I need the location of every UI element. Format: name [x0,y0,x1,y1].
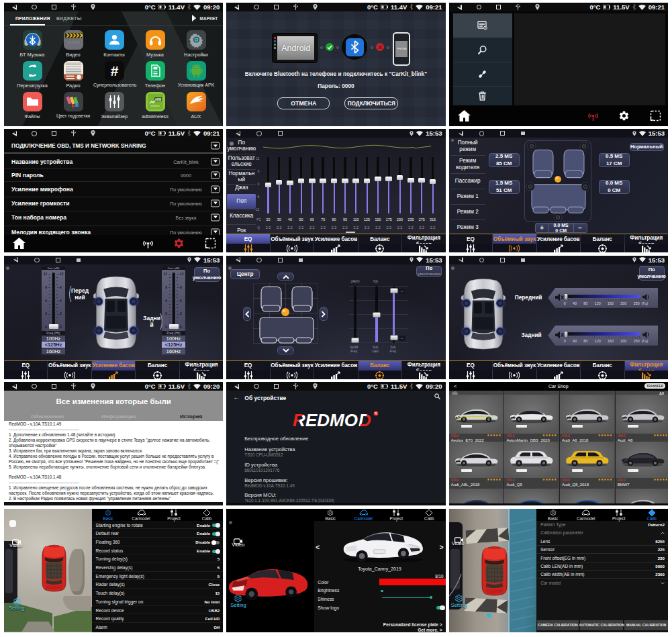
svg-text:03.08.29: 03.08.29 [67,41,79,44]
svg-text:wireless: wireless [150,105,159,107]
svg-text:#: # [110,63,118,79]
svg-text:D: D [358,410,371,430]
svg-text:EDMO: EDMO [305,410,358,430]
svg-text:R: R [293,410,305,430]
svg-text:R: R [375,411,377,415]
svg-text:ADB: ADB [154,98,161,101]
